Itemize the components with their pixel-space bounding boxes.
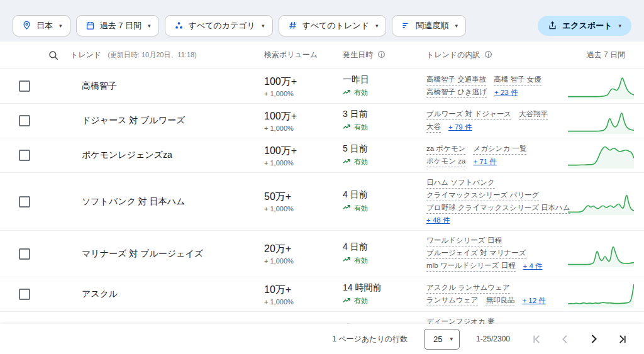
search-volume-value: 100万+: [264, 110, 332, 123]
chevron-down-icon: ▾: [262, 23, 265, 29]
trend-name: 高橋智子: [82, 80, 117, 92]
last-page-button[interactable]: [616, 333, 629, 346]
first-page-button[interactable]: [530, 333, 543, 346]
filter-toolbar: 日本▾過去 7 日間▾すべてのカテゴリ▾すべてのトレンド▾関連度順▾ エクスポー…: [0, 0, 644, 41]
breakdown-term-link[interactable]: za ポケモン: [426, 144, 465, 155]
filter-chip-label: すべてのトレンド: [303, 20, 369, 31]
hash-icon: [288, 21, 297, 30]
breakdown-term-link[interactable]: ブルワーズ 対 ドジャース: [426, 109, 511, 120]
trends-table: トレンド (更新日時: 10月20日、11:18) 検索ボリューム 発生日時 ト…: [0, 41, 644, 354]
trend-name: ポケモンレジェンズza: [82, 150, 172, 161]
more-terms-link[interactable]: + 4 件: [523, 262, 543, 271]
breakdown-term-link[interactable]: プロ野球 クライマックスシリーズ 日本ハム: [426, 203, 570, 214]
row-checkbox[interactable]: [19, 115, 30, 126]
table-row[interactable]: 高橋智子 100万+ + 1,000% 一昨日 有効 高橋智子 交通事故高橋 智…: [0, 69, 644, 104]
breakdown-term-link[interactable]: 大谷翔平: [519, 109, 548, 120]
chevron-down-icon: ▾: [455, 23, 458, 29]
row-checkbox[interactable]: [19, 248, 30, 260]
start-time: 14 時間前: [343, 282, 417, 294]
filter-chip-sort[interactable]: 関連度順▾: [392, 15, 466, 36]
table-row[interactable]: マリナーズ 対 ブルージェイズ 20万+ + 1,000% 4 日前 有効 ワー…: [0, 231, 644, 277]
breakdown-term-link[interactable]: 日ハム ソフトバンク: [426, 178, 495, 189]
trend-breakdown: 日ハム ソフトバンククライマックスシリーズ パリーグプロ野球 クライマックスシリ…: [417, 177, 565, 226]
trend-breakdown: za ポケモンメガシンカ 一覧ポケモン za+ 71 件: [417, 142, 565, 169]
sparkline-chart: [568, 189, 634, 215]
start-time: 5 日前: [343, 143, 417, 155]
chevron-down-icon: ▾: [450, 336, 453, 342]
export-button[interactable]: エクスポート ▾: [538, 16, 631, 36]
next-page-button[interactable]: [587, 332, 601, 346]
status-label: 有効: [354, 123, 368, 132]
search-volume-value: 50万+: [264, 191, 332, 204]
info-icon[interactable]: [377, 50, 386, 60]
table-row[interactable]: アスクル 10万+ + 1,000% 14 時間前 有効 アスクル ランサムウェ…: [0, 277, 644, 312]
filter-chip-time[interactable]: 過去 7 日間▾: [76, 15, 159, 36]
sparkline-chart: [568, 108, 634, 134]
breakdown-term-link[interactable]: メガシンカ 一覧: [473, 144, 526, 155]
breakdown-term-link[interactable]: ポケモン za: [426, 157, 465, 167]
breakdown-term-link[interactable]: 無印良品: [486, 296, 514, 306]
trending-up-icon: [343, 255, 351, 266]
more-terms-link[interactable]: + 79 件: [448, 123, 472, 132]
filter-chip-label: 過去 7 日間: [100, 20, 142, 31]
trend-breakdown: アスクル ランサムウェアランサムウェア無印良品+ 12 件: [417, 281, 565, 307]
breakdown-term-link[interactable]: ワールドシリーズ 日程: [426, 236, 502, 246]
row-checkbox[interactable]: [19, 289, 30, 300]
start-time: 3 日前: [343, 109, 417, 120]
trend-breakdown: 高橋智子 交通事故高橋 智子 女優高橋智子 ひき逃げ+ 23 件: [417, 73, 565, 99]
start-time: 一昨日: [343, 74, 417, 86]
rows-per-page-value: 25: [433, 335, 442, 344]
breakdown-term-link[interactable]: アスクル ランサムウェア: [426, 283, 510, 294]
trend-name: アスクル: [82, 289, 118, 300]
previous-page-button[interactable]: [558, 333, 572, 346]
volume-delta: + 1,000%: [264, 159, 332, 167]
more-terms-link[interactable]: + 23 件: [494, 88, 518, 97]
breakdown-term-link[interactable]: 高橋智子 交通事故: [426, 75, 486, 86]
trend-name: ソフトバンク 対 日本ハム: [82, 196, 185, 207]
info-icon[interactable]: [484, 50, 492, 60]
breakdown-term-link[interactable]: クライマックスシリーズ パリーグ: [426, 191, 539, 201]
breakdown-term-link[interactable]: 高橋智子 ひき逃げ: [426, 87, 487, 98]
status-label: 有効: [354, 157, 368, 167]
table-row[interactable]: ポケモンレジェンズza 100万+ + 1,000% 5 日前 有効 za ポケ…: [0, 138, 644, 173]
start-time: 4 日前: [343, 189, 417, 201]
filter-chip-geo[interactable]: 日本▾: [13, 15, 70, 36]
breakdown-term-link[interactable]: 大谷: [426, 122, 441, 133]
table-header: トレンド (更新日時: 10月20日、11:18) 検索ボリューム 発生日時 ト…: [0, 41, 644, 69]
start-time: 4 日前: [343, 241, 417, 253]
row-checkbox[interactable]: [19, 150, 30, 161]
trending-up-icon: [343, 296, 351, 307]
trend-breakdown: ワールドシリーズ 日程ブルージェイズ 対 マリナーズmlb ワールドシリーズ 日…: [417, 235, 565, 273]
table-row[interactable]: ドジャース 対 ブルワーズ 100万+ + 1,000% 3 日前 有効 ブルワ…: [0, 104, 644, 138]
status-label: 有効: [354, 88, 368, 97]
row-checkbox[interactable]: [19, 196, 30, 207]
chevron-down-icon: ▾: [618, 23, 621, 29]
location-pin-icon: [22, 21, 31, 30]
filter-chip-trends[interactable]: すべてのトレンド▾: [279, 15, 387, 36]
pagination-controls: [530, 332, 629, 346]
more-terms-link[interactable]: + 48 件: [426, 216, 450, 225]
search-volume-value: 100万+: [264, 145, 332, 158]
more-terms-link[interactable]: + 12 件: [522, 296, 545, 306]
volume-delta: + 1,000%: [264, 90, 332, 97]
column-header-breakdown: トレンドの内訳: [417, 50, 565, 60]
search-icon[interactable]: [48, 50, 59, 61]
breakdown-term-link[interactable]: ブルージェイズ 対 マリナーズ: [426, 248, 526, 259]
chevron-down-icon: ▾: [59, 23, 62, 29]
pagination-range: 1-25/2300: [476, 335, 510, 343]
volume-delta: + 1,000%: [264, 205, 332, 213]
chevron-down-icon: ▾: [148, 23, 151, 29]
more-terms-link[interactable]: + 71 件: [473, 157, 496, 167]
sparkline-chart: [568, 73, 634, 99]
trending-up-icon: [343, 87, 351, 99]
row-checkbox[interactable]: [19, 80, 30, 92]
breakdown-term-link[interactable]: 高橋 智子 女優: [494, 75, 541, 86]
export-icon: [548, 21, 557, 30]
breakdown-term-link[interactable]: ランサムウェア: [426, 296, 478, 306]
search-volume-value: 100万+: [264, 75, 332, 89]
table-row[interactable]: ソフトバンク 対 日本ハム 50万+ + 1,000% 4 日前 有効 日ハム …: [0, 173, 644, 231]
breakdown-term-link[interactable]: mlb ワールドシリーズ 日程: [426, 261, 516, 272]
rows-per-page-select[interactable]: 25 ▾: [424, 329, 460, 350]
pagination-bar: 1 ページあたりの行数 25 ▾ 1-25/2300: [0, 324, 644, 354]
filter-chip-category[interactable]: すべてのカテゴリ▾: [165, 15, 273, 36]
